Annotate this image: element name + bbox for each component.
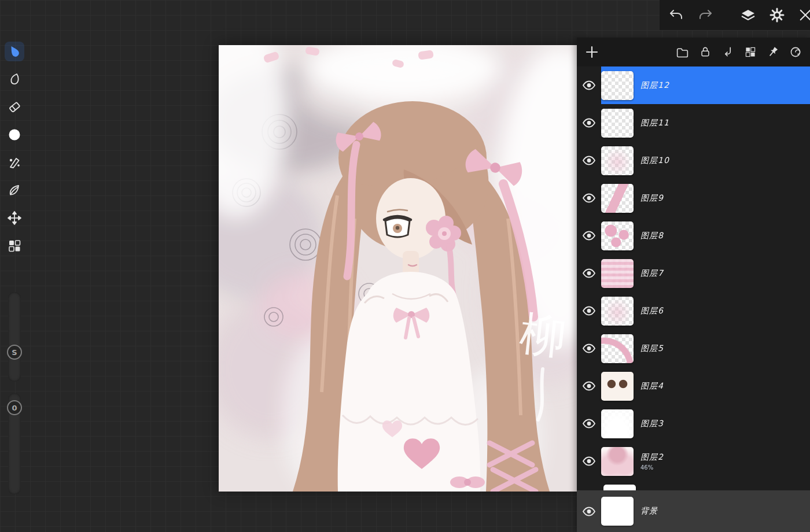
transform-move-icon[interactable] [5, 208, 24, 228]
import-icon[interactable] [721, 46, 734, 58]
vector-leaf-icon[interactable] [5, 180, 24, 200]
layer-visibility-toggle[interactable] [577, 193, 601, 203]
brush-tool-icon[interactable] [5, 42, 24, 61]
undo-icon[interactable] [669, 8, 684, 22]
background-layer-row[interactable]: 背景 [577, 490, 810, 532]
layer-row[interactable]: 图层12 [577, 66, 810, 104]
layer-visibility-toggle[interactable] [577, 507, 601, 516]
layer-name: 图层9 [640, 193, 664, 204]
spiral-icon[interactable] [789, 46, 802, 58]
layer-list: 图层12图层11图层10图层9图层8图层7图层6图层5图层4图层3图层246% … [577, 66, 810, 532]
layer-name: 图层3 [640, 419, 664, 429]
layer-visibility-toggle[interactable] [577, 156, 601, 165]
settings-gear-icon[interactable] [770, 8, 785, 23]
layer-name: 图层10 [640, 156, 669, 166]
layer-visibility-toggle[interactable] [577, 306, 601, 316]
layer-thumbnail[interactable] [601, 497, 634, 526]
layer-visibility-toggle[interactable] [577, 118, 601, 128]
layer-visibility-toggle[interactable] [577, 419, 601, 428]
top-toolbar [660, 0, 810, 30]
pin-icon[interactable] [767, 46, 779, 58]
layer-name: 图层5 [640, 343, 664, 354]
layer-visibility-toggle[interactable] [577, 343, 601, 353]
layer-thumbnail[interactable] [601, 221, 634, 250]
redo-icon[interactable] [698, 8, 713, 22]
layer-opacity: 46% [640, 464, 664, 471]
artwork: 柳 [219, 45, 577, 492]
mixer-brush-icon[interactable] [5, 153, 24, 172]
lock-icon[interactable] [699, 46, 712, 58]
smudge-tool-icon[interactable] [5, 69, 24, 89]
layer-thumbnail[interactable] [601, 109, 634, 138]
layer-row[interactable]: 图层6 [577, 292, 810, 330]
layer-thumbnail[interactable] [601, 409, 634, 438]
brush-opacity-knob[interactable]: 0 [7, 400, 22, 415]
folder-icon[interactable] [676, 46, 689, 59]
layer-row[interactable]: 图层5 [577, 330, 810, 367]
layer-name: 图层11 [640, 118, 669, 128]
layer-thumbnail[interactable] [601, 334, 634, 363]
add-layer-icon[interactable] [585, 45, 599, 59]
layer-name: 图层12 [640, 80, 669, 91]
layer-row[interactable]: 图层10 [577, 142, 810, 179]
color-swatch-icon[interactable] [5, 125, 24, 145]
layer-name: 图层7 [640, 268, 664, 279]
layer-row[interactable]: 图层8 [577, 217, 810, 254]
layer-visibility-toggle[interactable] [577, 231, 601, 241]
layer-name: 图层8 [640, 231, 664, 241]
pattern-grid-icon[interactable] [5, 236, 24, 256]
transparency-checker-icon[interactable] [744, 46, 757, 58]
layers-panel-toggle-icon[interactable] [741, 8, 756, 22]
layer-row[interactable]: 图层7 [577, 254, 810, 292]
layer-row[interactable]: 图层4 [577, 367, 810, 405]
layer-visibility-toggle[interactable] [577, 381, 601, 391]
layer-row[interactable]: 图层3 [577, 405, 810, 442]
layer-thumbnail[interactable] [601, 146, 634, 175]
tool-sidebar [0, 36, 29, 256]
layer-name: 背景 [640, 506, 658, 516]
layer-thumbnail[interactable] [601, 259, 634, 288]
close-icon[interactable] [798, 8, 810, 22]
layer-name: 图层4 [640, 381, 664, 391]
layer-visibility-toggle[interactable] [577, 456, 601, 466]
layer-name: 图层2 [640, 452, 664, 463]
layer-thumbnail[interactable] [601, 71, 634, 100]
layer-thumbnail[interactable] [601, 297, 634, 326]
layer-thumbnail[interactable] [601, 447, 634, 476]
layer-visibility-toggle[interactable] [577, 80, 601, 90]
brush-size-slider[interactable] [8, 292, 21, 382]
layer-row[interactable]: 图层9 [577, 179, 810, 217]
drawing-canvas[interactable]: 柳 [219, 45, 577, 492]
partial-layer-thumbnail [603, 485, 636, 490]
layer-name: 图层6 [640, 306, 664, 316]
layer-row[interactable]: 图层246% [577, 442, 810, 480]
brush-size-knob[interactable]: S [7, 345, 22, 360]
eraser-tool-icon[interactable] [5, 97, 24, 117]
layer-row[interactable]: 图层11 [577, 104, 810, 142]
layer-thumbnail[interactable] [601, 372, 634, 401]
layer-thumbnail[interactable] [601, 184, 634, 213]
layers-panel: 图层12图层11图层10图层9图层8图层7图层6图层5图层4图层3图层246% … [577, 38, 810, 532]
layers-panel-header [577, 38, 810, 66]
layer-visibility-toggle[interactable] [577, 268, 601, 278]
